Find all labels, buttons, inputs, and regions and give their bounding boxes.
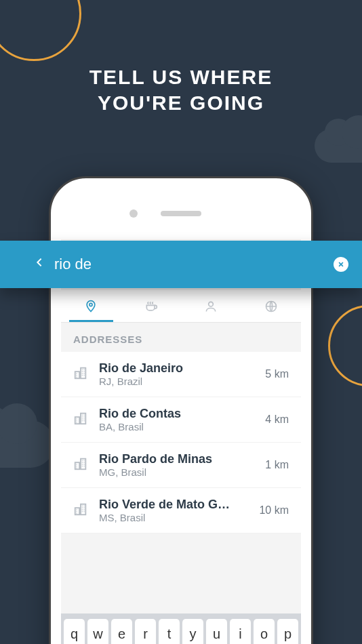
- svg-rect-10: [81, 504, 85, 515]
- search-input[interactable]: [54, 256, 334, 273]
- results-list: Rio de Janeiro RJ, Brazil 5 km Rio de Co…: [61, 352, 301, 534]
- headline-line2: YOU'RE GOING: [0, 90, 362, 116]
- list-item[interactable]: Rio de Janeiro RJ, Brazil 5 km: [61, 352, 301, 397]
- svg-rect-4: [81, 368, 85, 379]
- list-item[interactable]: Rio Verde de Mato G… MS, Brasil 10 km: [61, 488, 301, 534]
- phone-camera: [129, 209, 138, 218]
- result-subtitle: MG, Brasil: [99, 466, 256, 478]
- keyboard-row-1: q w e r t y u i o p: [64, 619, 298, 644]
- result-subtitle: RJ, Brazil: [99, 376, 256, 387]
- headline-line1: TELL US WHERE: [0, 64, 362, 90]
- svg-point-1: [209, 302, 214, 306]
- globe-icon: [264, 300, 278, 313]
- result-distance: 4 km: [265, 414, 289, 426]
- svg-rect-9: [75, 508, 79, 515]
- key-y[interactable]: y: [182, 619, 203, 644]
- city-icon: [73, 502, 89, 519]
- result-title: Rio Verde de Mato G…: [99, 498, 249, 512]
- svg-rect-7: [75, 462, 79, 469]
- decorative-cloud: [0, 420, 54, 468]
- key-o[interactable]: o: [254, 619, 275, 644]
- result-distance: 10 km: [259, 504, 289, 517]
- tab-coffee[interactable]: [121, 290, 182, 322]
- result-subtitle: MS, Brasil: [99, 512, 249, 523]
- clear-button[interactable]: [334, 257, 348, 272]
- section-header-addresses: ADDRESSES: [61, 323, 301, 352]
- key-q[interactable]: q: [64, 619, 85, 644]
- svg-point-0: [89, 303, 92, 306]
- list-item-texts: Rio de Contas BA, Brasil: [99, 407, 256, 432]
- phone-speaker: [161, 211, 201, 216]
- phone-screen: ADDRESSES Rio de Janeiro RJ, Brazil 5 km…: [61, 239, 301, 644]
- key-u[interactable]: u: [206, 619, 227, 644]
- result-distance: 5 km: [265, 368, 289, 380]
- key-t[interactable]: t: [159, 619, 180, 644]
- result-distance: 1 km: [265, 459, 289, 471]
- coffee-icon: [144, 300, 158, 313]
- list-item[interactable]: Rio Pardo de Minas MG, Brasil 1 km: [61, 443, 301, 488]
- tab-location[interactable]: [61, 290, 121, 322]
- decorative-circle-mid-right: [328, 305, 362, 386]
- list-item-texts: Rio Pardo de Minas MG, Brasil: [99, 452, 256, 478]
- svg-rect-5: [75, 417, 79, 424]
- key-w[interactable]: w: [87, 619, 108, 644]
- chevron-left-icon: [34, 254, 45, 270]
- promo-headline: TELL US WHERE YOU'RE GOING: [0, 64, 362, 115]
- search-bar: [0, 241, 362, 288]
- decorative-cloud: [315, 129, 362, 163]
- tab-globe[interactable]: [241, 290, 302, 322]
- city-icon: [73, 365, 89, 383]
- close-icon: [338, 261, 344, 268]
- list-item[interactable]: Rio de Contas BA, Brasil 4 km: [61, 397, 301, 443]
- key-i[interactable]: i: [230, 619, 251, 644]
- keyboard: q w e r t y u i o p a s d f g h j k l z: [61, 613, 301, 644]
- result-subtitle: BA, Brasil: [99, 421, 256, 432]
- city-icon: [73, 411, 89, 428]
- result-title: Rio de Contas: [99, 407, 256, 421]
- tab-person[interactable]: [181, 290, 241, 322]
- svg-rect-6: [81, 414, 85, 424]
- svg-rect-8: [81, 459, 85, 470]
- result-title: Rio Pardo de Minas: [99, 452, 256, 466]
- person-icon: [204, 300, 218, 313]
- back-button[interactable]: [34, 254, 45, 275]
- list-item-texts: Rio de Janeiro RJ, Brazil: [99, 361, 256, 387]
- category-tabs: [61, 290, 301, 323]
- result-title: Rio de Janeiro: [99, 361, 256, 376]
- key-r[interactable]: r: [135, 619, 156, 644]
- city-icon: [73, 456, 89, 474]
- list-item-texts: Rio Verde de Mato G… MS, Brasil: [99, 498, 249, 523]
- decorative-circle-top-left: [0, 0, 81, 61]
- pin-icon: [84, 300, 98, 313]
- key-e[interactable]: e: [111, 619, 132, 644]
- key-p[interactable]: p: [277, 619, 298, 644]
- svg-rect-3: [75, 371, 79, 378]
